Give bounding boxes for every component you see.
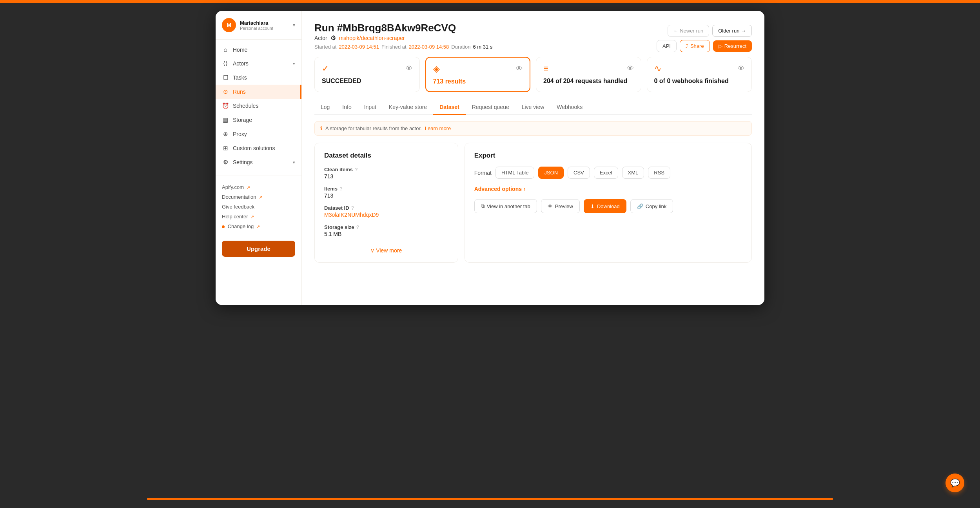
sidebar: M Mariachiara Personal account ▾ ⌂ Home … — [216, 11, 302, 305]
started-value: 2022-03-09 14:51 — [339, 44, 379, 50]
tab-input[interactable]: Input — [358, 100, 383, 115]
help-icon-dataset-id[interactable]: ? — [351, 205, 354, 211]
bottom-progress-bar — [147, 498, 833, 500]
help-center-link[interactable]: Help center ↗ — [222, 212, 295, 221]
tab-info[interactable]: Info — [336, 100, 358, 115]
storage-icon: ▦ — [222, 116, 229, 123]
sidebar-item-settings[interactable]: ⚙ Settings ▾ — [216, 155, 301, 169]
clean-items-row: Clean items ? 713 — [324, 167, 448, 180]
eye-icon-results[interactable]: 👁 — [516, 65, 523, 73]
stat-card-requests: ≡ 👁 204 of 204 requests handled — [536, 57, 641, 92]
sidebar-item-home[interactable]: ⌂ Home — [216, 43, 301, 56]
format-row: Format HTML Table JSON CSV Excel XML RSS — [474, 167, 742, 179]
eye-icon-requests[interactable]: 👁 — [627, 65, 634, 73]
chevron-icon: ▾ — [293, 61, 295, 66]
chevron-down-icon: ▾ — [293, 22, 295, 28]
format-html-table[interactable]: HTML Table — [495, 167, 534, 179]
older-run-button[interactable]: Older run → — [712, 25, 752, 37]
newer-run-button[interactable]: ← Newer run — [668, 25, 710, 37]
link-icon: 🔗 — [637, 203, 643, 209]
sidebar-item-proxy[interactable]: ⊕ Proxy — [216, 127, 301, 141]
chat-icon: 💬 — [950, 478, 960, 488]
tab-dataset[interactable]: Dataset — [433, 100, 466, 115]
sidebar-item-storage[interactable]: ▦ Storage — [216, 113, 301, 127]
actor-link[interactable]: mshopik/decathlon-scraper — [339, 35, 405, 41]
documentation-link[interactable]: Documentation ↗ — [222, 192, 295, 202]
tab-request-queue[interactable]: Request queue — [466, 100, 515, 115]
format-excel[interactable]: Excel — [594, 167, 618, 179]
format-rss[interactable]: RSS — [648, 167, 670, 179]
items-value: 713 — [324, 192, 448, 199]
sidebar-item-custom-solutions[interactable]: ⊞ Custom solutions — [216, 141, 301, 155]
help-icon-storage-size[interactable]: ? — [356, 224, 359, 230]
run-title: Run #MbBrqg8BAkw9ReCVQ — [314, 22, 492, 34]
schedules-icon: ⏰ — [222, 102, 229, 109]
format-label: Format — [474, 170, 492, 176]
run-nav-buttons: ← Newer run Older run → — [668, 25, 752, 37]
export-title: Export — [474, 152, 742, 160]
learn-more-link[interactable]: Learn more — [425, 125, 451, 131]
tab-webhooks[interactable]: Webhooks — [550, 100, 589, 115]
main-content: Run #MbBrqg8BAkw9ReCVQ Actor ⚙ mshopik/d… — [302, 11, 764, 305]
dataset-id-row: Dataset ID ? M3olaIK2NUMhdqxD9 — [324, 205, 448, 218]
format-csv[interactable]: CSV — [568, 167, 590, 179]
format-json[interactable]: JSON — [538, 167, 564, 179]
tabs-row: Log Info Input Key-value store Dataset R… — [314, 100, 752, 115]
top-progress-bar — [0, 0, 980, 3]
external-icon: ↗ — [256, 224, 260, 229]
info-icon: ℹ — [320, 125, 322, 131]
requests-value: 204 of 204 requests handled — [543, 78, 634, 85]
tab-key-value-store[interactable]: Key-value store — [383, 100, 433, 115]
tab-log[interactable]: Log — [314, 100, 336, 115]
view-in-tab-button[interactable]: ⧉ View in another tab — [474, 199, 537, 213]
api-button[interactable]: API — [657, 40, 677, 52]
custom-solutions-icon: ⊞ — [222, 145, 229, 152]
sidebar-item-actors[interactable]: ⟨⟩ Actors ▾ — [216, 56, 301, 71]
format-xml[interactable]: XML — [622, 167, 644, 179]
resurrect-button[interactable]: ▷ Resurrect — [713, 40, 752, 52]
actors-icon: ⟨⟩ — [222, 60, 229, 67]
user-name: Mariachiara — [240, 20, 293, 26]
items-row: Items ? 713 — [324, 186, 448, 199]
status-value: SUCCEEDED — [322, 78, 412, 85]
stat-card-status: ✓ 👁 SUCCEEDED — [314, 57, 420, 92]
external-icon: ↗ — [250, 214, 254, 219]
preview-icon: 👁 — [548, 203, 553, 209]
proxy-icon: ⊕ — [222, 131, 229, 138]
preview-button[interactable]: 👁 Preview — [541, 199, 580, 213]
chevron-right-icon: › — [524, 186, 526, 192]
settings-icon: ⚙ — [222, 159, 229, 166]
sidebar-links: Apify.com ↗ Documentation ↗ Give feedbac… — [216, 179, 301, 234]
share-button[interactable]: ⤴ Share — [680, 40, 710, 52]
change-log-link[interactable]: Change log ↗ — [222, 221, 295, 231]
advanced-options-toggle[interactable]: Advanced options › — [474, 186, 742, 192]
copy-link-button[interactable]: 🔗 Copy link — [630, 199, 673, 213]
sidebar-item-schedules[interactable]: ⏰ Schedules — [216, 99, 301, 113]
chat-fab-button[interactable]: 💬 — [946, 474, 964, 492]
sidebar-item-tasks[interactable]: ☐ Tasks — [216, 71, 301, 85]
tab-live-view[interactable]: Live view — [515, 100, 551, 115]
download-icon: ⬇ — [590, 203, 595, 209]
sidebar-item-runs[interactable]: ⊙ Runs — [216, 85, 301, 99]
upgrade-button[interactable]: Upgrade — [222, 241, 295, 257]
home-icon: ⌂ — [222, 46, 229, 53]
actor-row: Actor ⚙ mshopik/decathlon-scraper — [314, 34, 492, 42]
stat-card-results[interactable]: ◈ 👁 713 results — [425, 57, 531, 92]
stats-row: ✓ 👁 SUCCEEDED ◈ 👁 713 results ≡ 👁 204 of… — [314, 57, 752, 92]
succeeded-icon: ✓ — [322, 64, 329, 74]
page-header: Run #MbBrqg8BAkw9ReCVQ Actor ⚙ mshopik/d… — [314, 22, 752, 57]
eye-icon-status[interactable]: 👁 — [406, 65, 412, 73]
help-icon-clean-items[interactable]: ? — [355, 167, 358, 172]
export-card: Export Format HTML Table JSON CSV Excel … — [465, 143, 752, 263]
eye-icon-webhooks[interactable]: 👁 — [738, 65, 744, 73]
give-feedback-link[interactable]: Give feedback — [222, 202, 295, 212]
help-icon-items[interactable]: ? — [339, 186, 343, 192]
tasks-icon: ☐ — [222, 74, 229, 81]
apify-com-link[interactable]: Apify.com ↗ — [222, 182, 295, 192]
download-button[interactable]: ⬇ Download — [584, 199, 626, 213]
storage-size-value: 5.1 MB — [324, 231, 448, 237]
stat-card-webhooks: ∿ 👁 0 of 0 webhooks finished — [647, 57, 752, 92]
external-link-icon: ⧉ — [481, 203, 485, 209]
user-profile[interactable]: M Mariachiara Personal account ▾ — [216, 11, 301, 40]
view-more-button[interactable]: ∨ View more — [324, 243, 448, 254]
